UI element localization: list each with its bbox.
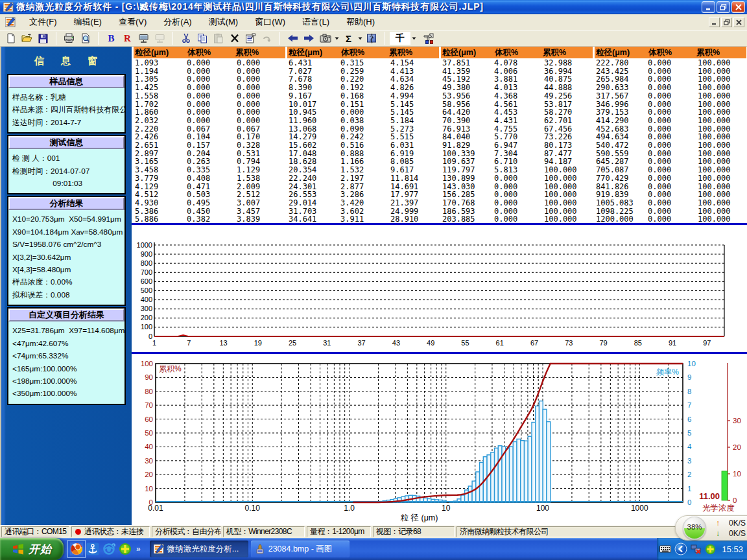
- camera-dropdown[interactable]: [333, 31, 340, 45]
- chart-element: 300: [141, 305, 152, 312]
- table-cell: 1200.000: [596, 215, 634, 223]
- light-energy-chart: 0100200300400500600700800900100017131925…: [132, 225, 747, 352]
- forward-arrow-button[interactable]: [301, 31, 317, 45]
- sum-dropdown[interactable]: [357, 31, 364, 45]
- menu-help[interactable]: 帮助(H): [338, 14, 383, 30]
- chart-element: 1000: [631, 504, 648, 513]
- chart-element: 60: [145, 415, 153, 423]
- chart-element: 61: [496, 339, 504, 347]
- download-speed: 0K/S: [729, 529, 746, 538]
- chevron-more-icon[interactable]: »: [135, 544, 142, 554]
- status-model: 机型：Winner2308C: [223, 526, 305, 537]
- chart-element: 4: [687, 443, 692, 450]
- chart-element: 800: [141, 259, 152, 267]
- mdi-minimize-button[interactable]: [709, 18, 720, 27]
- toolbar-separator: [56, 32, 56, 45]
- undo-button[interactable]: [259, 31, 275, 45]
- network-disconnected-icon[interactable]: [691, 544, 702, 554]
- info-panel-1: 测试信息检 测 人：001检测时间：2014-07-07 09:01:03: [7, 135, 126, 194]
- screen-button[interactable]: [136, 31, 152, 45]
- anchor-icon[interactable]: [86, 542, 99, 555]
- unit-combo-dropdown[interactable]: [410, 31, 418, 45]
- toolbar-separator: [172, 32, 173, 45]
- properties-button[interactable]: [243, 31, 259, 45]
- green-plus-icon[interactable]: [119, 542, 132, 555]
- chart-element: 19: [254, 339, 262, 347]
- usage-ball[interactable]: 38%: [683, 517, 706, 540]
- status-range: 量程：1-1200μm: [307, 526, 371, 537]
- close-button[interactable]: [731, 1, 745, 13]
- open-folder-button[interactable]: [19, 31, 35, 45]
- print-button[interactable]: [61, 31, 77, 45]
- task-label: 微纳激光粒度分析...: [167, 544, 239, 555]
- volume-bar: [487, 455, 491, 502]
- camera-button[interactable]: [317, 31, 333, 45]
- menu-file[interactable]: 文件(F): [21, 14, 65, 30]
- taskbar-task-analyzer[interactable]: 微纳激光粒度分析...: [150, 541, 248, 557]
- bold-button[interactable]: B: [103, 31, 119, 45]
- table-cell: 203.885: [442, 215, 475, 223]
- red-r-button[interactable]: R: [119, 31, 136, 45]
- delete-button[interactable]: [226, 31, 243, 45]
- table-cell: 28.910: [390, 215, 418, 223]
- signal-button[interactable]: [364, 31, 380, 45]
- chart-element: 100: [536, 504, 549, 513]
- menu-view[interactable]: 查看(V): [110, 14, 155, 30]
- unit-combo[interactable]: 千: [390, 32, 410, 45]
- volume-bar: [510, 447, 514, 502]
- status-model-text: 机型：Winner2308C: [226, 526, 292, 537]
- menu-edit[interactable]: 编辑(E): [65, 14, 110, 30]
- tray-green-plus-icon[interactable]: [705, 544, 716, 555]
- column-header: 体积%: [495, 47, 518, 58]
- menu-test[interactable]: 测试(M): [200, 14, 247, 30]
- volume-bar: [513, 442, 517, 502]
- cut-button[interactable]: [178, 31, 194, 45]
- internet-explorer-icon[interactable]: [102, 542, 115, 555]
- keyboard-icon[interactable]: [659, 544, 671, 554]
- chart-element: 600: [141, 277, 152, 285]
- new-file-button[interactable]: [3, 31, 19, 45]
- collapse-tray-icon[interactable]: [674, 542, 687, 555]
- chart-element: 20: [733, 443, 741, 451]
- size-distribution-chart: 01020304050607080901000123456789100.010.…: [132, 354, 747, 525]
- info-sidebar: 信 息 窗 样品信息样品名称：乳糖样品来源：四川百斯特科技有限公司送达时间：20…: [0, 47, 132, 525]
- save-button[interactable]: [35, 31, 51, 45]
- restore-button[interactable]: [717, 1, 730, 13]
- tools-button[interactable]: [420, 31, 436, 45]
- optical-concentration-bar: [722, 471, 728, 500]
- chart-element: 10: [733, 470, 741, 478]
- copy-button[interactable]: [194, 31, 210, 45]
- screen-2-button[interactable]: [152, 31, 168, 45]
- table-header-group: 粒径(μm)体积%累积%: [441, 47, 593, 58]
- volume-bar: [528, 436, 532, 502]
- menu-analyze[interactable]: 分析(A): [155, 14, 200, 30]
- back-arrow-button[interactable]: [285, 31, 301, 45]
- info-panel-title: 分析结果: [8, 197, 124, 210]
- print-preview-button[interactable]: [77, 31, 93, 45]
- column-header: 体积%: [341, 47, 364, 58]
- chart-element: 79: [599, 339, 607, 347]
- taskbar-task-paint[interactable]: 23084.bmp - 画图: [251, 541, 350, 557]
- windows-logo-icon: [12, 542, 25, 555]
- start-button[interactable]: 开始: [0, 538, 64, 560]
- toolbar-separator: [279, 32, 280, 45]
- speed-monitor-widget[interactable]: 38% ↑ 0K/S ↓ 0K/S: [675, 515, 747, 541]
- volume-bar: [468, 486, 472, 502]
- chart-element: 200: [141, 314, 152, 321]
- menu-window[interactable]: 窗口(W): [246, 14, 294, 30]
- chart-element: 9: [687, 373, 691, 381]
- sum-button[interactable]: Σ: [340, 31, 357, 45]
- chart-element: 700: [141, 268, 152, 276]
- minimize-button[interactable]: [702, 1, 715, 13]
- menu-language[interactable]: 语言(L): [294, 14, 338, 30]
- pinwheel-icon[interactable]: [70, 542, 83, 555]
- main-content: 粒径(μm)体积%累积%粒径(μm)体积%累积%粒径(μm)体积%累积%粒径(μ…: [132, 47, 747, 525]
- mdi-close-button[interactable]: [733, 18, 744, 27]
- paste-button[interactable]: [210, 31, 226, 45]
- unit-combo-value: 千: [396, 32, 405, 44]
- table-header-group: 粒径(μm)体积%累积%: [595, 47, 746, 58]
- chart-element: 7: [687, 401, 691, 409]
- mdi-restore-button[interactable]: [721, 18, 732, 27]
- column-header: 累积%: [389, 47, 412, 58]
- taskbar-clock[interactable]: 15:53: [719, 544, 743, 554]
